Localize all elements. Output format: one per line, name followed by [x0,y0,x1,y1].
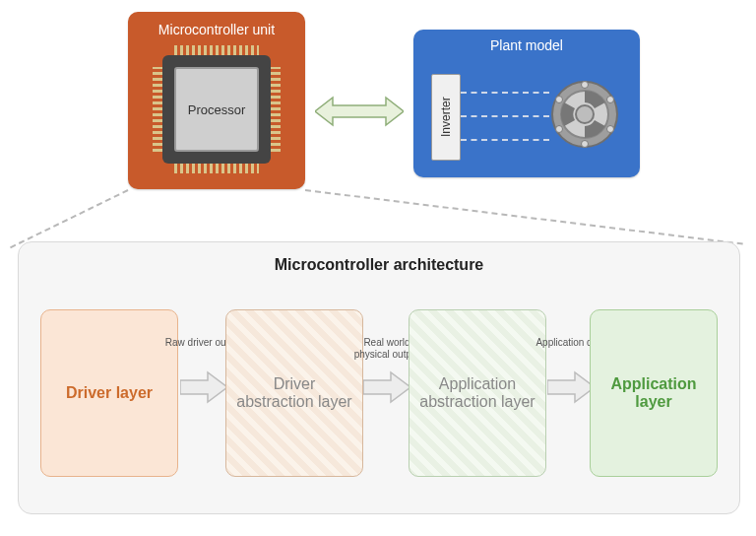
layer-label: Application layer [598,375,709,411]
svg-point-7 [582,141,589,148]
chip-icon: Processor [162,55,271,164]
top-row: Microcontroller unit Processor Plant mod… [0,0,756,197]
mcu-box: Microcontroller unit Processor [128,12,305,189]
layer-driver: Driver layer [40,309,178,477]
svg-point-8 [556,126,563,133]
layer-label: Driver layer [66,384,153,402]
svg-point-4 [582,82,589,89]
mcu-title: Microcontroller unit [128,12,305,37]
svg-marker-0 [315,98,404,125]
plant-title: Plant model [413,30,640,53]
svg-marker-12 [547,372,595,402]
arrow-right-icon [363,370,410,404]
svg-marker-10 [180,372,227,402]
processor-label: Processor [174,67,259,152]
svg-point-9 [556,97,563,103]
svg-point-6 [607,126,614,133]
arrow-2: Real world physical output [363,370,410,404]
arrow-right-icon [180,370,227,404]
layers-row: Driver layer Raw driver output Driver ab… [19,300,739,487]
architecture-panel: Microcontroller architecture Driver laye… [18,241,740,514]
architecture-title: Microcontroller architecture [19,242,739,274]
svg-marker-11 [363,372,410,402]
bidirectional-arrow-icon [315,95,404,128]
motor-wires-icon [461,84,549,149]
arrow-1: Raw driver output [180,370,227,404]
layer-label: Driver abstraction layer [234,375,354,411]
svg-point-5 [607,97,614,103]
arrow-3: Application data [547,370,595,404]
layer-application: Application layer [590,309,718,477]
motor-icon [549,79,620,150]
inverter-label: Inverter [431,74,461,161]
svg-point-3 [576,105,594,123]
layer-label: Application abstraction layer [417,375,537,411]
connector-line-right [305,189,743,245]
arrow-right-icon [547,370,595,404]
layer-application-abstraction: Application abstraction layer [409,309,546,477]
layer-driver-abstraction: Driver abstraction layer [225,309,363,477]
plant-box: Plant model Inverter [413,30,640,177]
connector-line-left [10,189,128,248]
